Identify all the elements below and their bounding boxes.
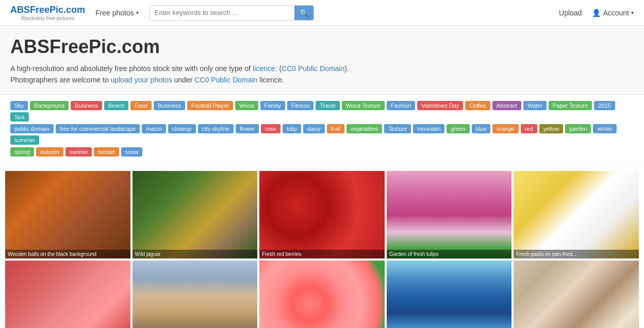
photo-item[interactable]: Small pink flowers in the wilderness: [259, 261, 385, 328]
photo-caption: Fresh pasta on pan-fried...: [514, 250, 639, 258]
tag-green[interactable]: green: [447, 124, 469, 133]
cc0-link2[interactable]: CC0 Public Domain: [194, 76, 257, 84]
tag-yellow[interactable]: yellow: [539, 124, 564, 133]
tag-business[interactable]: Business: [154, 101, 185, 110]
tag-fitness[interactable]: Fitness: [287, 101, 313, 110]
hero-desc-1: A high-resolution and absolutely free ph…: [10, 64, 251, 73]
tag-flower[interactable]: flower: [236, 124, 259, 133]
tag-fruit[interactable]: fruit: [327, 124, 344, 133]
licence-link[interactable]: licence:: [253, 64, 277, 73]
tag-2015[interactable]: 2015: [594, 101, 615, 110]
tag-macro[interactable]: macro: [142, 124, 166, 133]
photo-thumbnail: [259, 261, 385, 328]
tag-vegetables[interactable]: vegetables: [346, 124, 382, 133]
search-input[interactable]: [150, 6, 294, 20]
tag-business[interactable]: Business: [71, 101, 102, 110]
tag-travel[interactable]: Travel: [316, 101, 339, 110]
photo-item[interactable]: Garden of fresh tulips: [387, 171, 512, 258]
photo-caption: Garden of fresh tulips: [387, 250, 512, 258]
logo-sub: Absolutely free pictures: [21, 15, 75, 21]
tag-city-skyline[interactable]: city skyline: [198, 124, 234, 133]
tag-tulip[interactable]: tulip: [283, 124, 301, 133]
photo-item[interactable]: Waves on the blue sea: [387, 261, 512, 328]
photo-thumbnail: [387, 261, 512, 328]
photo-item[interactable]: Wild jaguar: [133, 171, 258, 258]
tag-public-domain[interactable]: public domain: [10, 124, 54, 133]
tag-garden[interactable]: garden: [565, 124, 591, 133]
logo-area: ABSFreePic.com Absolutely free pictures: [10, 5, 85, 21]
person-icon: 👤: [592, 9, 601, 17]
tag-family[interactable]: Family: [260, 101, 285, 110]
logo-text[interactable]: ABSFreePic.com: [10, 5, 85, 15]
account-label: Account: [603, 9, 629, 17]
hero-desc-3: Photographers are welcome to: [10, 76, 109, 84]
tag-daisy[interactable]: daisy: [303, 124, 325, 133]
photo-item[interactable]: Fresh red berries: [259, 171, 385, 258]
tag-abstract[interactable]: Abstract: [492, 101, 521, 110]
photo-caption: Wooden balls on the black background: [5, 250, 130, 258]
photo-item[interactable]: Old rust ship: [133, 261, 258, 328]
photo-thumbnail: [387, 171, 512, 258]
photo-item[interactable]: Wooden balls on the black background: [5, 171, 130, 258]
tag-snow[interactable]: snow: [121, 147, 143, 157]
chevron-down-icon: ▾: [136, 10, 139, 15]
hero-desc-2: ).: [344, 64, 349, 73]
search-button[interactable]: 🔍: [294, 6, 313, 20]
tag-wood[interactable]: Wood: [235, 101, 258, 110]
photo-item[interactable]: Fresh pasta on pan-fried...: [514, 171, 639, 258]
tag-spring[interactable]: spring: [10, 147, 34, 157]
search-icon: 🔍: [300, 9, 308, 17]
tag-sunrise[interactable]: sunrise: [65, 147, 92, 157]
photo-thumbnail: [5, 261, 130, 328]
upload-photos-link[interactable]: upload your photos: [111, 76, 172, 84]
upload-link[interactable]: Upload: [559, 9, 582, 17]
header: ABSFreePic.com Absolutely free pictures …: [0, 0, 644, 26]
hero-description: A high-resolution and absolutely free ph…: [10, 63, 634, 86]
cc0-link[interactable]: CC0 Public Domain: [282, 64, 344, 73]
tag-background[interactable]: Background: [30, 101, 69, 110]
tag-football-player[interactable]: Football Player: [187, 101, 233, 110]
tag-winter[interactable]: winter: [593, 124, 616, 133]
free-photos-dropdown[interactable]: Free photos ▾: [95, 9, 139, 17]
photo-item[interactable]: Raw beef isolated on white background: [5, 261, 130, 328]
tag-blue[interactable]: blue: [472, 124, 491, 133]
tag-autumn[interactable]: autumn: [36, 147, 63, 157]
photo-thumbnail: [514, 261, 639, 328]
photo-thumbnail: [5, 171, 130, 258]
account-chevron-icon: ▾: [631, 10, 634, 15]
tags-row-1: SkyBackgroundBusinessBeachFoodBusinessFo…: [10, 101, 634, 122]
account-dropdown[interactable]: 👤 Account ▾: [592, 9, 634, 17]
tag-valentines-day[interactable]: Valentines Day: [417, 101, 463, 110]
hero-desc-5: licence.: [259, 76, 284, 84]
tags-row-3: springautumnsunrisesunsetsnow: [10, 147, 634, 157]
tag-rose[interactable]: rose: [261, 124, 280, 133]
tag-free-for-commercial-landscape[interactable]: free for commercial landscape: [56, 124, 140, 133]
photo-caption: Wild jaguar: [133, 250, 258, 258]
tag-coffee[interactable]: Coffee: [465, 101, 490, 110]
tag-summer[interactable]: summer: [10, 135, 39, 145]
tag-wood-texture[interactable]: Wood Texture: [342, 101, 385, 110]
tag-texture[interactable]: Texture: [384, 124, 411, 133]
tag-sky[interactable]: Sky: [10, 101, 28, 110]
tag-beach[interactable]: Beach: [104, 101, 128, 110]
hero-section: ABSFreePic.com A high-resolution and abs…: [0, 26, 644, 95]
photo-thumbnail: [133, 261, 258, 328]
tag-orange[interactable]: orange: [492, 124, 518, 133]
tag-paper-texture[interactable]: Paper Texture: [549, 101, 592, 110]
free-photos-label: Free photos: [95, 9, 134, 17]
header-right: Upload 👤 Account ▾: [559, 9, 634, 17]
tag-food[interactable]: Food: [130, 101, 152, 110]
tag-red[interactable]: red: [521, 124, 537, 133]
tag-water[interactable]: Water: [523, 101, 547, 110]
tag-sunset[interactable]: sunset: [94, 147, 119, 157]
tag-closeup[interactable]: closeup: [168, 124, 196, 133]
tag-spa[interactable]: Spa: [10, 112, 29, 122]
tag-mountain[interactable]: mountain: [413, 124, 444, 133]
tag-fashion[interactable]: Fashion: [387, 101, 415, 110]
photo-caption: Fresh red berries: [259, 250, 385, 258]
photo-grid: Wooden balls on the black backgroundWild…: [0, 166, 644, 328]
photo-thumbnail: [133, 171, 258, 258]
hero-title: ABSFreePic.com: [10, 36, 634, 58]
photo-thumbnail: [514, 171, 639, 258]
photo-item[interactable]: Clothes: [514, 261, 639, 328]
